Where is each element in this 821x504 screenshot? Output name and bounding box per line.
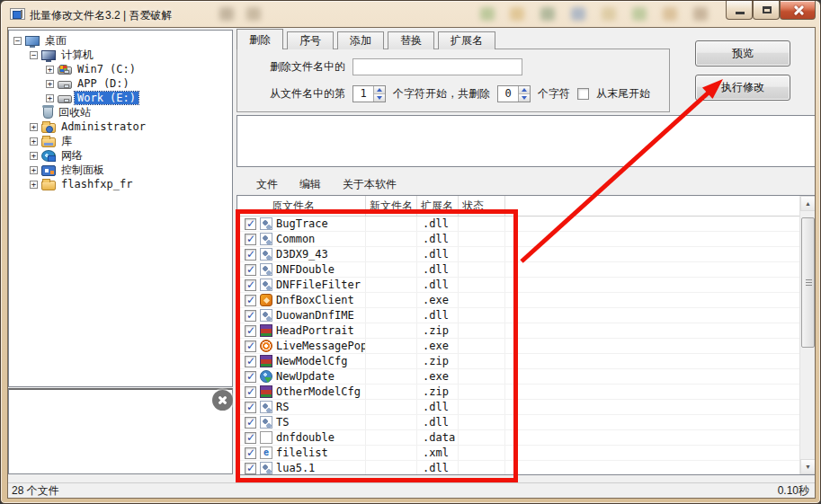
tree-item-label[interactable]: 桌面 bbox=[42, 33, 69, 49]
spin-up-icon[interactable] bbox=[374, 86, 385, 94]
from-end-checkbox[interactable] bbox=[577, 88, 589, 100]
table-row[interactable]: BugTrace.dll bbox=[237, 217, 799, 232]
row-checkbox[interactable] bbox=[245, 249, 256, 261]
tree-item[interactable]: 回收站 bbox=[9, 105, 232, 119]
row-checkbox[interactable] bbox=[245, 310, 256, 322]
row-checkbox[interactable] bbox=[245, 295, 256, 306]
row-checkbox[interactable] bbox=[245, 279, 256, 291]
menu-item[interactable]: 编辑 bbox=[294, 175, 326, 194]
close-button[interactable] bbox=[780, 1, 816, 20]
expand-expander-icon[interactable]: + bbox=[46, 94, 54, 102]
tree-item-label[interactable]: 回收站 bbox=[56, 105, 94, 120]
start-char-spinner[interactable]: 1 bbox=[352, 85, 386, 102]
expand-expander-icon[interactable]: + bbox=[30, 137, 38, 146]
row-checkbox[interactable] bbox=[245, 402, 256, 413]
table-row[interactable]: OtherModelCfg.zip bbox=[237, 385, 799, 400]
expand-expander-icon[interactable]: + bbox=[46, 80, 54, 88]
tree-item[interactable]: +Win7 (C:) bbox=[9, 62, 232, 76]
expand-expander-icon[interactable]: + bbox=[30, 181, 38, 189]
tab-删除[interactable]: 删除 bbox=[236, 29, 283, 49]
row-checkbox[interactable] bbox=[245, 218, 256, 230]
table-row[interactable]: Common.dll bbox=[237, 232, 799, 247]
row-checkbox[interactable] bbox=[245, 356, 256, 367]
row-checkbox[interactable] bbox=[245, 264, 256, 276]
tree-item[interactable]: −计算机 bbox=[9, 48, 232, 62]
expand-expander-icon[interactable]: + bbox=[46, 66, 54, 74]
table-row[interactable]: DNFDouble.dll bbox=[237, 262, 799, 278]
tree-item[interactable]: +库 bbox=[9, 134, 232, 148]
tree-item-label[interactable]: 计算机 bbox=[58, 48, 96, 63]
table-row[interactable]: lua5.1.dll bbox=[237, 461, 799, 475]
tree-item-label[interactable]: Work (E:) bbox=[75, 92, 138, 104]
menu-item[interactable]: 文件 bbox=[251, 175, 283, 194]
expand-expander-icon[interactable]: + bbox=[30, 152, 38, 160]
title-bar[interactable]: 批量修改文件名3.2 | 吾爱破解 bbox=[1, 1, 820, 28]
scrollbar-thumb[interactable] bbox=[801, 217, 815, 348]
row-checkbox[interactable] bbox=[245, 463, 256, 474]
tree-item-label[interactable]: Win7 (C:) bbox=[75, 63, 138, 75]
expand-expander-icon[interactable]: + bbox=[30, 166, 38, 174]
table-row[interactable]: NewUpdate.exe bbox=[237, 369, 799, 385]
table-row[interactable]: dnfdouble.data bbox=[237, 430, 799, 446]
tree-item-label[interactable]: APP (D:) bbox=[75, 77, 132, 90]
maximize-button[interactable] bbox=[753, 1, 780, 20]
row-checkbox[interactable] bbox=[245, 417, 256, 429]
table-row[interactable]: RS.dll bbox=[237, 400, 799, 415]
menu-item[interactable]: 关于本软件 bbox=[337, 175, 402, 194]
spin-down-icon[interactable] bbox=[519, 94, 530, 102]
tree-item-label[interactable]: Administrator bbox=[58, 120, 148, 133]
tree-item-label[interactable]: 库 bbox=[58, 134, 75, 149]
table-row[interactable]: DuowanDnfIME.dll bbox=[237, 308, 799, 323]
column-header[interactable]: 新文件名 bbox=[366, 196, 417, 216]
row-checkbox[interactable] bbox=[245, 386, 256, 398]
tree-item-label[interactable]: 控制面板 bbox=[58, 163, 107, 178]
tree-item[interactable]: +Administrator bbox=[9, 119, 232, 134]
expand-expander-icon[interactable]: + bbox=[30, 123, 38, 131]
tab-序号[interactable]: 序号 bbox=[287, 31, 334, 49]
tree-item[interactable]: +网络 bbox=[9, 148, 232, 163]
column-header[interactable]: 状态 bbox=[459, 196, 505, 216]
minimize-button[interactable] bbox=[726, 1, 753, 20]
column-header[interactable]: 原文件名 bbox=[237, 196, 366, 216]
table-row[interactable]: LiveMessagePop3.exe bbox=[237, 339, 799, 354]
table-row[interactable]: D3DX9_43.dll bbox=[237, 247, 799, 262]
row-checkbox[interactable] bbox=[245, 325, 256, 337]
collapse-expander-icon[interactable]: − bbox=[13, 37, 22, 45]
column-header[interactable]: 扩展名 bbox=[417, 196, 459, 216]
folder-tree[interactable]: −桌面−计算机+Win7 (C:)+APP (D:)+Work (E:)回收站+… bbox=[8, 30, 233, 387]
vertical-scrollbar[interactable]: ▲ ▼ bbox=[799, 196, 815, 474]
preview-button[interactable]: 预览 bbox=[695, 40, 790, 66]
tab-替换[interactable]: 替换 bbox=[388, 31, 434, 49]
row-checkbox[interactable] bbox=[245, 234, 256, 245]
tree-item[interactable]: +控制面板 bbox=[9, 163, 232, 177]
row-checkbox[interactable] bbox=[245, 340, 256, 352]
table-header[interactable]: 原文件名新文件名扩展名状态 bbox=[237, 196, 815, 217]
tree-item[interactable]: +flashfxp_fr bbox=[9, 177, 232, 191]
table-row[interactable]: filelist.xml bbox=[237, 446, 799, 461]
table-row[interactable]: NewModelCfg.zip bbox=[237, 354, 799, 369]
close-badge-icon[interactable] bbox=[212, 390, 233, 411]
tab-添加[interactable]: 添加 bbox=[337, 31, 384, 49]
spin-up-icon[interactable] bbox=[519, 86, 530, 94]
row-checkbox[interactable] bbox=[245, 432, 256, 444]
row-checkbox[interactable] bbox=[245, 447, 256, 459]
table-row[interactable]: DNFFileFilter.dll bbox=[237, 278, 799, 293]
delete-count-spinner[interactable]: 0 bbox=[497, 85, 531, 102]
collapse-expander-icon[interactable]: − bbox=[30, 51, 38, 59]
table-row[interactable]: TS.dll bbox=[237, 415, 799, 430]
tree-item[interactable]: +Work (E:) bbox=[9, 91, 232, 105]
row-checkbox[interactable] bbox=[245, 371, 256, 383]
execute-button[interactable]: 执行修改 bbox=[695, 75, 790, 101]
tree-item-label[interactable]: flashfxp_fr bbox=[58, 178, 135, 190]
scroll-up-icon[interactable]: ▲ bbox=[800, 196, 816, 211]
delete-text-input[interactable] bbox=[352, 58, 522, 75]
tree-item[interactable]: −桌面 bbox=[9, 33, 232, 48]
spin-down-icon[interactable] bbox=[374, 94, 385, 102]
tree-item-label[interactable]: 网络 bbox=[58, 148, 85, 164]
tab-扩展名[interactable]: 扩展名 bbox=[438, 31, 495, 49]
table-row[interactable]: DnfBoxClient.exe bbox=[237, 293, 799, 308]
tree-item[interactable]: +APP (D:) bbox=[9, 76, 232, 91]
column-header[interactable] bbox=[505, 196, 815, 216]
scroll-down-icon[interactable]: ▼ bbox=[800, 459, 816, 474]
table-row[interactable]: HeadPortrait.zip bbox=[237, 323, 799, 339]
